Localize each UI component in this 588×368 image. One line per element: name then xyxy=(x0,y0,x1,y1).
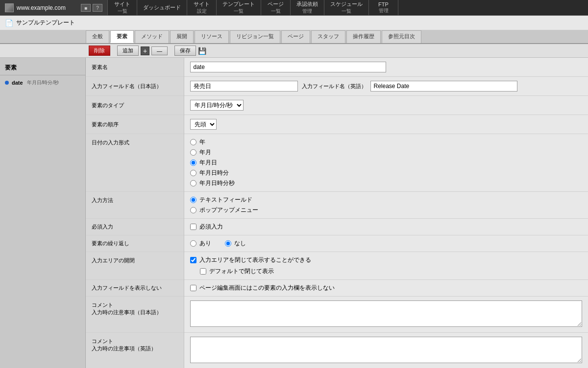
minus-button[interactable]: — xyxy=(151,46,168,55)
logo-icon xyxy=(5,3,14,12)
date-format-year[interactable]: 年 xyxy=(190,138,583,146)
comment-jp-textarea[interactable] xyxy=(190,300,583,327)
required-checkbox[interactable] xyxy=(190,224,196,230)
sidebar-item-type: 年月日/時分/秒 xyxy=(27,79,59,86)
tab-bar: 全般 要素 メソッド 展開 リソース リビジョン一覧 ページ スタッフ 操作履歴… xyxy=(0,30,588,44)
form-table: 要素名 入力フィールド名（日本語） 入力フィールド名（英語） xyxy=(86,58,588,368)
site-url: www.example.com xyxy=(17,4,66,11)
save-button[interactable]: 保存 xyxy=(174,46,196,56)
label-required: 必須入力 xyxy=(86,219,184,235)
tab-general[interactable]: 全般 xyxy=(86,30,109,43)
field-element-name xyxy=(184,58,588,77)
label-field-names: 入力フィールド名（日本語） xyxy=(86,77,184,96)
field-comment-en xyxy=(184,333,588,368)
nav-dashboard[interactable]: ダッシュボード xyxy=(137,0,187,15)
element-type-select[interactable]: 年月日/時分/秒 テキスト 整数 実数 xyxy=(190,100,244,111)
field-name-en-input[interactable] xyxy=(370,81,517,92)
sidebar-dot xyxy=(5,81,9,85)
collapse-checkbox1-label[interactable]: 入力エリアを閉じて表示することができる xyxy=(190,256,583,264)
help-button[interactable]: ? xyxy=(93,4,102,12)
radio-yearmonthday[interactable] xyxy=(190,160,196,166)
page-icon: 📄 xyxy=(5,19,13,27)
row-required: 必須入力 必須入力 xyxy=(86,219,588,235)
field-input-method: テキストフィールド ポップアップメニュー xyxy=(184,192,588,219)
radio-repeat-no[interactable] xyxy=(225,240,231,247)
add-plus-icon[interactable]: + xyxy=(141,46,149,55)
nav-site-list[interactable]: サイト 一覧 xyxy=(108,0,137,15)
input-method-text[interactable]: テキストフィールド xyxy=(190,196,583,204)
field-repeat: あり なし xyxy=(184,235,588,252)
row-hide-field: 入力フィールドを表示しない ページ編集画面にはこの要素の入力欄を表示しない xyxy=(86,280,588,297)
date-format-yearmonthdayhour[interactable]: 年月日時分 xyxy=(190,169,583,177)
breadcrumb-text: サンプルテンプレート xyxy=(16,19,75,27)
main-layout: 要素 date 年月日/時分/秒 要素名 入力フィールド名（日本語） xyxy=(0,58,588,368)
label-element-type: 要素のタイプ xyxy=(86,96,184,115)
nav-items: サイト 一覧 ダッシュボード サイト 設定 テンプレート 一覧 ページ 一覧 承… xyxy=(108,0,588,15)
label-comment-jp: コメント入力時の注意事項（日本語） xyxy=(86,297,184,333)
minimize-button[interactable]: ■ xyxy=(81,4,91,12)
row-collapse: 入力エリアの開閉 入力エリアを閉じて表示することができる デフォルトで閉じて表示 xyxy=(86,252,588,280)
row-element-order: 要素の順序 先頭 末尾 xyxy=(86,115,588,134)
date-format-yearmonthday[interactable]: 年月日 xyxy=(190,159,583,167)
repeat-radio-group: あり なし xyxy=(190,239,583,248)
row-element-name: 要素名 xyxy=(86,58,588,77)
tab-deploy[interactable]: 展開 xyxy=(170,30,194,43)
delete-button[interactable]: 削除 xyxy=(89,46,110,56)
tab-operation-history[interactable]: 操作履歴 xyxy=(346,30,381,43)
tab-staff[interactable]: スタッフ xyxy=(311,30,345,43)
field-date-format: 年 年月 年月日 年月日時分 xyxy=(184,134,588,192)
tab-revisions[interactable]: リビジョン一覧 xyxy=(230,30,280,43)
inline-field-names: 入力フィールド名（英語） xyxy=(190,81,583,92)
date-format-yearmonth[interactable]: 年月 xyxy=(190,148,583,157)
required-checkbox-label[interactable]: 必須入力 xyxy=(190,223,583,231)
label-hide-field: 入力フィールドを表示しない xyxy=(86,280,184,297)
nav-site-settings[interactable]: サイト 設定 xyxy=(187,0,217,15)
radio-yearmonthdayhour[interactable] xyxy=(190,170,196,176)
hide-field-checkbox[interactable] xyxy=(190,285,196,291)
row-field-names: 入力フィールド名（日本語） 入力フィールド名（英語） xyxy=(86,77,588,96)
label-comment-en: コメント入力時の注意事項（英語） xyxy=(86,333,184,368)
date-format-yearmonthdayhoursec[interactable]: 年月日時分秒 xyxy=(190,179,583,187)
radio-yearmonthdayhoursec[interactable] xyxy=(190,180,196,186)
collapse-checkbox1[interactable] xyxy=(190,257,196,263)
tab-pages[interactable]: ページ xyxy=(281,30,310,43)
element-order-select[interactable]: 先頭 末尾 xyxy=(190,119,217,130)
radio-popup-menu[interactable] xyxy=(190,207,196,213)
field-collapse: 入力エリアを閉じて表示することができる デフォルトで閉じて表示 xyxy=(184,252,588,280)
sidebar-header: 要素 xyxy=(0,62,85,75)
tab-resources[interactable]: リソース xyxy=(195,30,229,43)
radio-yearmonth[interactable] xyxy=(190,149,196,156)
repeat-no[interactable]: なし xyxy=(225,239,246,248)
nav-template-list[interactable]: テンプレート 一覧 xyxy=(217,0,261,15)
repeat-yes[interactable]: あり xyxy=(190,239,211,248)
collapse-checkbox2[interactable] xyxy=(200,268,206,275)
nav-schedule[interactable]: スケジュール 一覧 xyxy=(324,0,369,15)
nav-ftp[interactable]: FTP 管理 xyxy=(369,0,398,15)
add-button[interactable]: 追加 xyxy=(117,46,139,56)
input-method-radio-group: テキストフィールド ポップアップメニュー xyxy=(190,196,583,214)
label-element-name: 要素名 xyxy=(86,58,184,77)
field-name-jp-input[interactable] xyxy=(190,81,298,92)
field-element-order: 先頭 末尾 xyxy=(184,115,588,134)
input-method-popup[interactable]: ポップアップメニュー xyxy=(190,206,583,214)
sidebar-item-name: date xyxy=(12,80,23,86)
date-format-radio-group: 年 年月 年月日 年月日時分 xyxy=(190,138,583,187)
row-repeat: 要素の繰り返し あり なし xyxy=(86,235,588,252)
label-collapse: 入力エリアの開閉 xyxy=(86,252,184,280)
hide-field-checkbox-label[interactable]: ページ編集画面にはこの要素の入力欄を表示しない xyxy=(190,284,583,292)
tab-elements[interactable]: 要素 xyxy=(110,30,134,43)
element-name-input[interactable] xyxy=(190,62,386,72)
save-icon: 💾 xyxy=(198,47,206,55)
radio-text-field[interactable] xyxy=(190,197,196,203)
collapse-checkbox2-label[interactable]: デフォルトで閉じて表示 xyxy=(200,267,583,276)
tab-method[interactable]: メソッド xyxy=(135,30,169,43)
field-names-area: 入力フィールド名（英語） xyxy=(184,77,588,96)
nav-approval[interactable]: 承認依頼 管理 xyxy=(291,0,324,15)
radio-repeat-yes[interactable] xyxy=(190,240,196,247)
tab-references[interactable]: 参照元目次 xyxy=(382,30,421,43)
sidebar-item-date[interactable]: date 年月日/時分/秒 xyxy=(0,77,85,88)
field-hide-field: ページ編集画面にはこの要素の入力欄を表示しない xyxy=(184,280,588,297)
radio-year[interactable] xyxy=(190,139,196,145)
nav-page-list[interactable]: ページ 一覧 xyxy=(261,0,291,15)
comment-en-textarea[interactable] xyxy=(190,337,583,363)
